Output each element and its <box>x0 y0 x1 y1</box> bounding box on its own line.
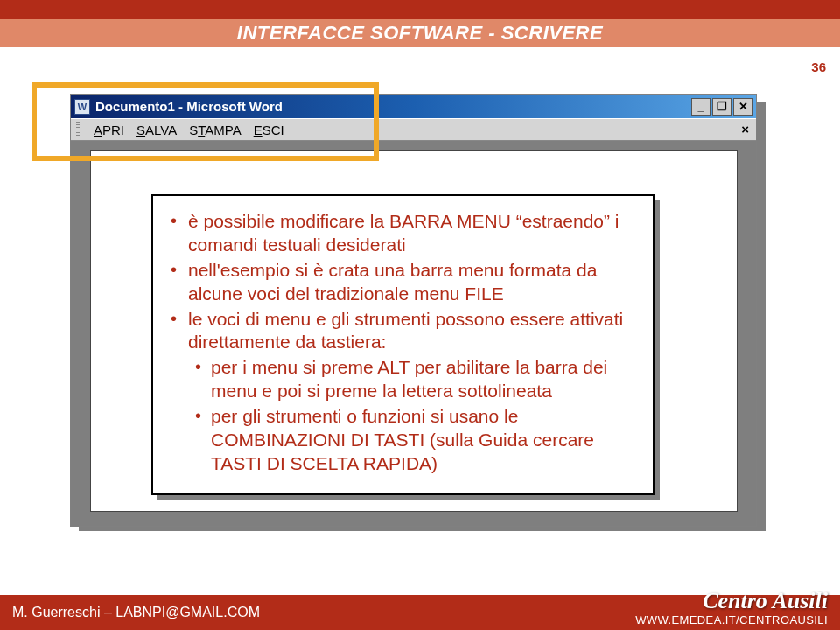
slide-title: INTERFACCE SOFTWARE - SCRIVERE <box>0 19 840 47</box>
page-number: 36 <box>811 60 826 74</box>
footer-logo: Centro Ausili <box>703 590 828 612</box>
top-red-bar <box>0 0 840 19</box>
restore-button[interactable]: ❐ <box>712 98 732 116</box>
minimize-button[interactable]: _ <box>691 98 710 116</box>
highlight-rectangle <box>32 82 379 161</box>
footer-url: WWW.EMEDEA.IT/CENTROAUSILI <box>635 613 828 626</box>
callout-item-3: le voci di menu e gli strumenti possono … <box>167 308 639 355</box>
document-close-button[interactable]: × <box>741 122 749 136</box>
callout-box: è possibile modificare la BARRA MENU “es… <box>151 194 654 495</box>
footer-bar: M. Guerreschi – LABNPI@GMAIL.COM Centro … <box>0 595 840 630</box>
callout: è possibile modificare la BARRA MENU “es… <box>151 194 654 495</box>
callout-item-3a: per i menu si preme ALT per abilitare la… <box>167 356 639 403</box>
callout-item-2: nell'esempio si è crata una barra menu f… <box>167 259 639 306</box>
close-button[interactable]: ✕ <box>733 98 752 116</box>
callout-item-1: è possibile modificare la BARRA MENU “es… <box>167 210 639 257</box>
callout-item-3b: per gli strumenti o funzioni si usano le… <box>167 405 639 476</box>
